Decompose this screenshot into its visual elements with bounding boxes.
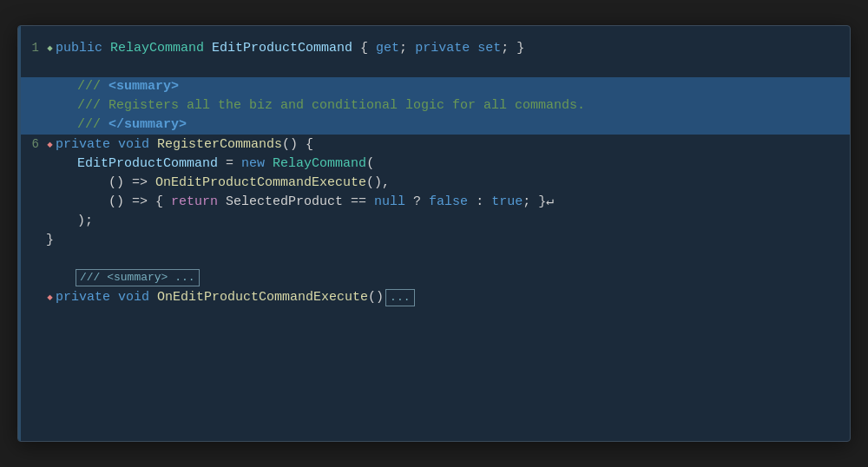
token: =	[218, 155, 241, 174]
token: ;	[399, 39, 415, 58]
code-line: /// <summary>	[18, 77, 850, 96]
token: ///	[46, 77, 108, 96]
line-content: );	[46, 212, 843, 231]
code-line	[18, 58, 850, 77]
token: (),	[366, 174, 390, 193]
code-line	[18, 250, 850, 269]
token: void	[110, 135, 157, 155]
token: () {	[282, 135, 313, 155]
line-content: }	[46, 231, 843, 250]
code-line: /// Registers all the biz and conditiona…	[18, 96, 850, 115]
code-editor: 1⬥public RelayCommand EditProductCommand…	[17, 25, 851, 442]
token: </summary>	[108, 115, 187, 135]
code-line: 1⬥public RelayCommand EditProductCommand…	[18, 38, 850, 58]
token: RelayCommand	[110, 39, 204, 58]
token	[265, 155, 273, 174]
token: EditProductCommand	[204, 39, 360, 58]
code-line: EditProductCommand = new RelayCommand(	[18, 155, 850, 174]
token: :	[468, 193, 491, 212]
token: void	[110, 288, 157, 307]
token: false	[429, 193, 468, 212]
token: return	[171, 193, 218, 212]
line-number: 1	[18, 38, 39, 57]
line-content: /// Registers all the biz and conditiona…	[46, 96, 843, 115]
breakpoint-bullet: ⬥	[46, 39, 54, 58]
token: (	[366, 155, 374, 174]
line-content: /// </summary>	[46, 115, 843, 135]
breakpoint-bullet: ⬥	[46, 288, 54, 307]
code-line: );	[18, 212, 850, 231]
token: OnEditProductCommandExecute	[155, 174, 366, 193]
line-content: () => { return SelectedProduct == null ?…	[46, 193, 843, 212]
token: EditProductCommand	[46, 155, 218, 174]
token: RelayCommand	[273, 155, 366, 174]
token: () =>	[46, 174, 155, 193]
code-line: ⬥private void OnEditProductCommandExecut…	[18, 288, 850, 307]
token: get	[376, 39, 399, 58]
line-content: ⬥public RelayCommand EditProductCommand …	[46, 39, 843, 58]
line-content: ⬥private void OnEditProductCommandExecut…	[46, 288, 843, 307]
token: }	[46, 231, 54, 250]
line-content: () => OnEditProductCommandExecute(),	[46, 174, 843, 193]
token: ; }	[501, 39, 524, 58]
token: ?	[405, 193, 429, 212]
token: ()	[368, 288, 384, 307]
code-line: () => OnEditProductCommandExecute(),	[18, 174, 850, 193]
token: <summary>	[108, 77, 179, 96]
code-line: }	[18, 231, 850, 250]
collapsed-end-box[interactable]: ...	[385, 289, 414, 306]
token: new	[241, 155, 265, 174]
token: SelectedProduct ==	[218, 193, 374, 212]
token: () => {	[46, 193, 171, 212]
token: private	[56, 135, 110, 155]
token: /// Registers all the biz and conditiona…	[46, 96, 585, 115]
code-line: /// <summary> ...	[18, 269, 850, 288]
token: {	[360, 39, 376, 58]
line-content: ⬥private void RegisterCommands() {	[46, 135, 843, 155]
token: set	[470, 39, 501, 58]
breakpoint-bullet: ⬥	[46, 135, 54, 155]
token: public	[56, 39, 110, 58]
line-content: EditProductCommand = new RelayCommand(	[46, 155, 843, 174]
code-line: /// </summary>	[18, 115, 850, 135]
code-lines: 1⬥public RelayCommand EditProductCommand…	[18, 35, 850, 311]
token: null	[374, 193, 405, 212]
collapsed-region[interactable]: /// <summary> ...	[76, 269, 200, 286]
token: ; }↵	[523, 193, 554, 212]
token: RegisterCommands	[157, 135, 282, 155]
code-line: 6⬥private void RegisterCommands() {	[18, 135, 850, 155]
token: private	[415, 39, 470, 58]
token: ///	[46, 115, 108, 135]
line-content: /// <summary>	[46, 77, 843, 96]
token: OnEditProductCommandExecute	[157, 288, 368, 307]
token: true	[491, 193, 523, 212]
token: private	[56, 288, 110, 307]
line-number: 6	[18, 135, 39, 154]
code-line: () => { return SelectedProduct == null ?…	[18, 193, 850, 212]
token: );	[46, 212, 93, 231]
